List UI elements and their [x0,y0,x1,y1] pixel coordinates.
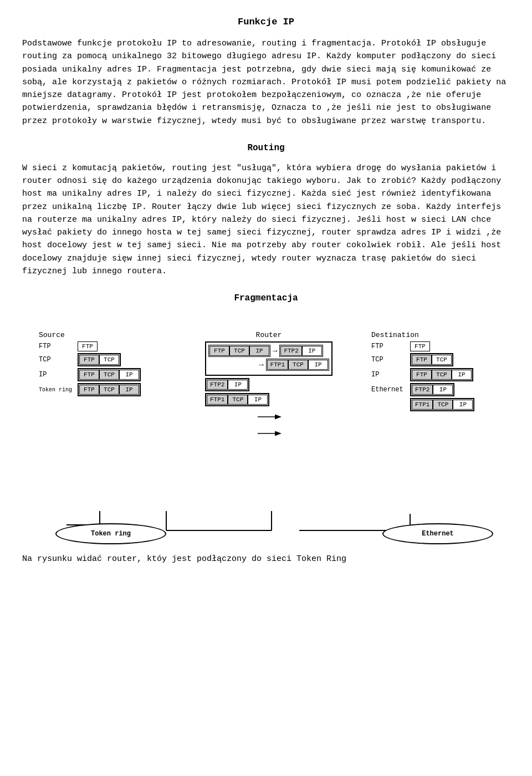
dest-ip-row: IP FTP TCP IP [371,368,504,381]
fragmentacja-title: Fragmentacja [22,293,510,303]
source-tokenring-row: Token ring FTP TCP IP [39,383,166,396]
router-row3: FTP2 IP [205,378,332,391]
diagram-caption: Na rysunku widać router, któy jest podłą… [22,553,510,565]
ethernet-ellipse: Ethernet [382,523,493,544]
router-row1: FTP TCP IP → FTP2 IP [208,345,329,357]
router-row4: FTP1 TCP IP [205,393,332,406]
routing-title: Routing [22,143,510,153]
dest-ftp-row: FTP FTP [371,341,504,351]
page-title: Funkcje IP [22,17,510,27]
source-ip-row: IP FTP TCP IP [39,368,166,381]
dest-label: Destination [371,331,504,339]
routing-paragraph: W sieci z komutacją pakietów, routing je… [22,162,510,278]
source-label: Source [39,331,166,339]
intro-paragraph: Podstawowe funkcje protokołu IP to adres… [22,37,510,127]
router-row2: → FTP1 TCP IP [208,359,329,371]
source-tcp-row: TCP FTP TCP [39,353,166,366]
dest-ethernet-label-row: Ethernet FTP2 IP [371,383,504,396]
dest-box: Destination FTP FTP TCP FTP TCP IP FTP T… [371,331,504,413]
source-box: Source FTP FTP TCP FTP TCP IP FTP TCP [39,331,166,398]
dest-ethernet-row2: FTP1 TCP IP [371,398,504,411]
diagram-section: Source FTP FTP TCP FTP TCP IP FTP TCP [22,314,510,547]
router-top-section: FTP TCP IP → FTP2 IP → FTP1 [205,341,332,376]
dest-tcp-row: TCP FTP TCP [371,353,504,366]
token-ring-ellipse: Token ring [55,523,166,544]
source-ftp-row: FTP FTP [39,341,166,351]
diagram-wrapper: Source FTP FTP TCP FTP TCP IP FTP TCP [22,314,510,547]
router-label: Router [205,331,332,339]
router-box: Router FTP TCP IP → FTP2 IP [205,331,332,408]
